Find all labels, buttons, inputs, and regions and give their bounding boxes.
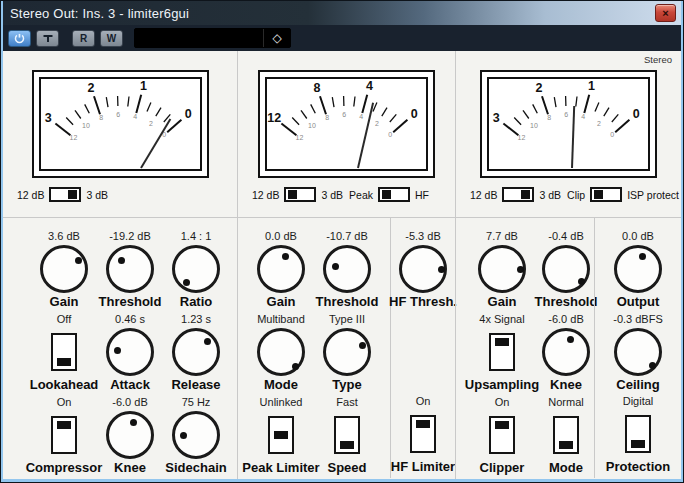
threshold-label: Threshold bbox=[535, 294, 598, 309]
preset-menu-button[interactable]: ◇ bbox=[263, 29, 290, 47]
compressor-toggle[interactable] bbox=[51, 416, 77, 454]
hf-limiter-column: -5.3 dBHF Thresh. OnHF Limiter bbox=[390, 218, 455, 478]
svg-text:10: 10 bbox=[530, 122, 538, 129]
upsampling-toggle[interactable] bbox=[489, 333, 515, 371]
svg-text:0: 0 bbox=[610, 131, 614, 138]
mode-label: Mode bbox=[549, 460, 583, 475]
speed-label: Speed bbox=[327, 460, 366, 475]
power-icon bbox=[14, 33, 25, 44]
gain-value: 0.0 dB bbox=[265, 230, 297, 245]
threshold-knob[interactable] bbox=[106, 245, 154, 293]
type-knob[interactable] bbox=[323, 328, 371, 376]
write-automation-button[interactable]: W bbox=[100, 30, 123, 47]
preset-selector[interactable]: ◇ bbox=[134, 28, 291, 48]
clipper-toggle[interactable] bbox=[489, 416, 515, 454]
switch-option-label: ISP protect bbox=[626, 189, 680, 201]
knob-indicator bbox=[180, 432, 187, 439]
ceiling-column: 0.0 dBOutput -0.3 dBFSCeiling DigitalPro… bbox=[594, 218, 681, 478]
peak-hf-switch[interactable] bbox=[378, 187, 410, 202]
peak-limiter-value: Unlinked bbox=[260, 396, 303, 411]
knee-knob[interactable] bbox=[106, 411, 154, 459]
protection-label: Protection bbox=[606, 459, 670, 474]
svg-text:12: 12 bbox=[267, 111, 281, 125]
svg-text:12: 12 bbox=[296, 134, 304, 141]
vu-meter-face: 1231082641200 bbox=[480, 70, 657, 178]
12-db-3-db-switch[interactable] bbox=[49, 187, 81, 202]
svg-text:8: 8 bbox=[99, 114, 103, 121]
toggle-handle bbox=[559, 441, 573, 449]
knob-indicator bbox=[332, 263, 339, 270]
clip-isp-protect-switch[interactable] bbox=[590, 187, 622, 202]
plugin-panel: Stereo 1231082641200 12 dB3 dB 3.6 dBGai… bbox=[3, 51, 681, 479]
svg-text:2: 2 bbox=[597, 120, 601, 127]
gain-knob[interactable] bbox=[257, 245, 305, 293]
knob-indicator bbox=[130, 419, 137, 426]
svg-text:2: 2 bbox=[149, 120, 153, 127]
peak-limiter-label: Peak Limiter bbox=[242, 460, 319, 475]
threshold-label: Threshold bbox=[316, 294, 379, 309]
peak-limiter-section: 12121088644200 12 dB3 dBPeakHF 0.0 dBGai… bbox=[237, 51, 455, 479]
release-label: Release bbox=[171, 377, 220, 392]
protection-toggle[interactable] bbox=[625, 415, 651, 453]
threshold-knob[interactable] bbox=[323, 245, 371, 293]
attack-knob[interactable] bbox=[106, 328, 154, 376]
toggle-handle bbox=[57, 358, 71, 366]
hf-thresh-value: -5.3 dB bbox=[405, 230, 440, 245]
upsampling-value: 4x Signal bbox=[479, 313, 524, 328]
hf-limiter-toggle[interactable] bbox=[410, 415, 436, 453]
close-icon: × bbox=[662, 8, 668, 19]
svg-text:6: 6 bbox=[116, 111, 120, 118]
mode-knob[interactable] bbox=[257, 328, 305, 376]
release-knob[interactable] bbox=[172, 328, 220, 376]
threshold-value: -19.2 dB bbox=[109, 230, 151, 245]
knob-indicator bbox=[204, 338, 211, 345]
svg-text:10: 10 bbox=[308, 122, 316, 129]
plugin-sections: 1231082641200 12 dB3 dB 3.6 dBGain -19.2… bbox=[3, 51, 681, 479]
window-title: Stereo Out: Ins. 3 - limiter6gui bbox=[3, 6, 189, 21]
switch-handle bbox=[68, 190, 77, 199]
read-automation-button[interactable]: R bbox=[72, 30, 95, 47]
output-knob[interactable] bbox=[614, 245, 662, 293]
ratio-knob[interactable] bbox=[172, 245, 220, 293]
channel-label: Stereo bbox=[644, 54, 672, 65]
titlebar[interactable]: Stereo Out: Ins. 3 - limiter6gui × bbox=[3, 1, 681, 25]
gain-knob[interactable] bbox=[478, 245, 526, 293]
compressor-meter-area: 1231082641200 12 dB3 dB bbox=[3, 51, 237, 218]
switch-option-label: 3 dB bbox=[538, 189, 562, 201]
knee-knob[interactable] bbox=[542, 328, 590, 376]
sidechain-knob[interactable] bbox=[172, 411, 220, 459]
release-value: 1.23 s bbox=[181, 313, 211, 328]
svg-text:0: 0 bbox=[388, 131, 392, 138]
mode-toggle[interactable] bbox=[553, 416, 579, 454]
svg-text:4: 4 bbox=[133, 113, 137, 120]
close-button[interactable]: × bbox=[655, 4, 676, 22]
svg-text:0: 0 bbox=[633, 107, 640, 121]
toggle-handle bbox=[495, 421, 509, 429]
toggle-handle bbox=[495, 338, 509, 346]
threshold-knob[interactable] bbox=[542, 245, 590, 293]
knob-indicator bbox=[292, 363, 299, 370]
lookahead-toggle[interactable] bbox=[51, 333, 77, 371]
knob-indicator bbox=[438, 266, 445, 273]
12-db-3-db-switch[interactable] bbox=[502, 187, 534, 202]
switch-option-label: 12 dB bbox=[251, 189, 280, 201]
hf-thresh-knob[interactable] bbox=[399, 245, 447, 293]
clipper-value: On bbox=[495, 396, 510, 411]
vu-meter-face: 1231082641200 bbox=[32, 70, 209, 178]
activate-button[interactable] bbox=[8, 30, 31, 47]
knob-indicator bbox=[183, 279, 190, 286]
12-db-3-db-switch[interactable] bbox=[284, 187, 316, 202]
preset-value[interactable] bbox=[135, 29, 263, 47]
speed-toggle[interactable] bbox=[334, 416, 360, 454]
bypass-button[interactable] bbox=[36, 30, 59, 47]
ceiling-knob[interactable] bbox=[614, 328, 662, 376]
sidechain-label: Sidechain bbox=[165, 460, 226, 475]
output-controls: 7.7 dBGain -0.4 dBThreshold 4x SignalUps… bbox=[456, 218, 681, 478]
compressor-section: 1231082641200 12 dB3 dB 3.6 dBGain -19.2… bbox=[3, 51, 237, 479]
compressor-vu-meter: 1231082641200 bbox=[3, 70, 237, 178]
gain-label: Gain bbox=[50, 294, 79, 309]
mode-label: Mode bbox=[264, 377, 298, 392]
peak-limiter-toggle[interactable] bbox=[268, 416, 294, 454]
gain-knob[interactable] bbox=[40, 245, 88, 293]
svg-text:0: 0 bbox=[411, 107, 418, 121]
